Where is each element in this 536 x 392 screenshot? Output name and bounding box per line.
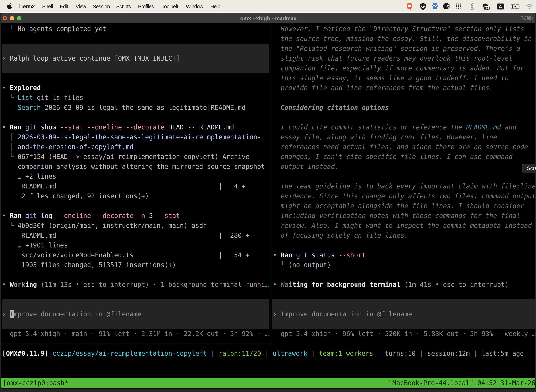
svg-text:..61: ..61	[484, 7, 489, 10]
svg-text:A: A	[499, 4, 502, 9]
svg-text:1: 1	[531, 16, 533, 20]
